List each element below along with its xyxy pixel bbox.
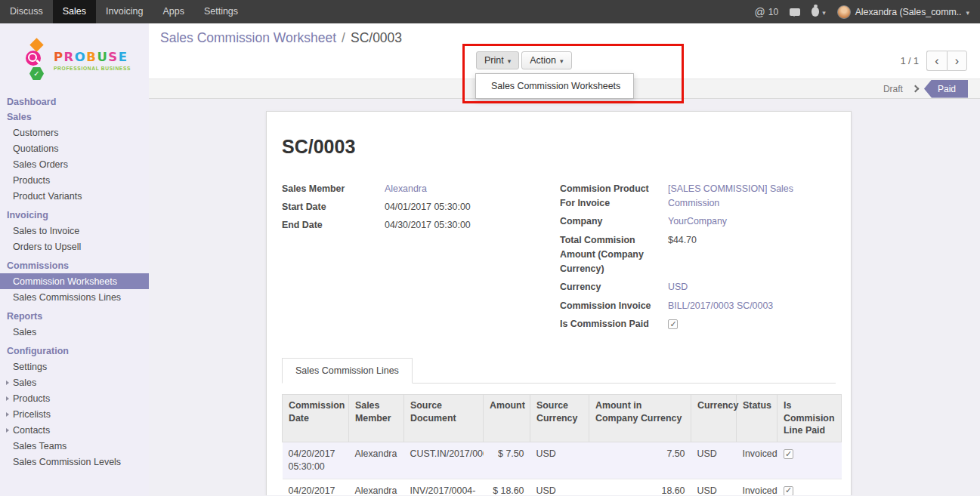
sidebar-item-pricelists[interactable]: Pricelists	[0, 406, 149, 422]
sidebar: PROBUSE PROFESSIONAL BUSINESS Dashboard …	[0, 23, 149, 496]
col-header-amount: Amount	[484, 394, 530, 442]
mention-counter[interactable]: 10	[755, 6, 779, 18]
chat-icon[interactable]	[790, 8, 800, 16]
sidebar-section-invoicing[interactable]: Invoicing	[0, 208, 149, 223]
sidebar-item-reports-sales[interactable]: Sales	[0, 324, 149, 340]
chevron-down-icon	[560, 55, 564, 66]
table-row[interactable]: 04/20/2017 05:30:00 Alexandra CUST.IN/20…	[283, 442, 842, 479]
sidebar-item-dashboard[interactable]: Dashboard	[0, 94, 149, 109]
user-name: Alexandra (Sales_comm..	[855, 7, 962, 17]
sidebar-item-sales-to-invoice[interactable]: Sales to Invoice	[0, 223, 149, 239]
field-label-is-commission-paid: Is Commission Paid	[560, 317, 668, 331]
probuse-logo[interactable]: PROBUSE PROFESSIONAL BUSINESS	[0, 23, 149, 93]
sidebar-item-config-sales[interactable]: Sales	[0, 374, 149, 390]
menu-discuss[interactable]: Discuss	[0, 0, 53, 23]
pager-previous-button[interactable]	[926, 51, 947, 71]
status-paid[interactable]: Paid	[924, 80, 968, 98]
sidebar-item-commission-worksheets[interactable]: Commission Worksheets	[0, 273, 149, 289]
commission-invoice-link[interactable]: BILL/2017/0003 SC/0003	[668, 299, 836, 313]
menu-sales[interactable]: Sales	[53, 0, 96, 23]
expand-caret-icon	[6, 428, 9, 433]
cell-commission-date: 04/20/2017 05:30:00	[283, 479, 349, 495]
sidebar-item-settings[interactable]: Settings	[0, 359, 149, 374]
breadcrumb-separator: /	[342, 30, 345, 45]
debug-menu[interactable]	[812, 7, 826, 17]
app-window: Discuss Sales Invoicing Apps Settings 10…	[0, 0, 980, 496]
record-title: SC/0003	[282, 136, 836, 158]
cell-currency: USD	[691, 479, 737, 495]
table-row[interactable]: 04/20/2017 05:30:00 Alexandra INV/2017/0…	[283, 479, 842, 495]
tab-sales-commission-lines[interactable]: Sales Commission Lines	[282, 358, 413, 384]
dropdown-item-sales-commission-worksheets[interactable]: Sales Commission Worksheets	[476, 78, 633, 94]
expand-caret-icon	[6, 412, 9, 417]
user-menu[interactable]: Alexandra (Sales_comm..	[837, 5, 969, 19]
expand-caret-icon	[6, 396, 9, 401]
col-header-status: Status	[737, 394, 778, 442]
sidebar-section-configuration[interactable]: Configuration	[0, 344, 149, 359]
breadcrumb-parent-link[interactable]: Sales Commission Worksheet	[160, 30, 336, 45]
pager-buttons	[926, 51, 967, 71]
company-link[interactable]: YourCompany	[668, 214, 836, 229]
action-button-label: Action	[530, 55, 556, 66]
chevron-down-icon	[508, 55, 512, 66]
status-draft[interactable]: Draft	[883, 84, 903, 94]
line-paid-checkbox	[784, 486, 793, 495]
menu-settings[interactable]: Settings	[194, 0, 248, 23]
sidebar-item-sales-commission-levels[interactable]: Sales Commission Levels	[0, 454, 149, 470]
pager-counter: 1 / 1	[901, 56, 919, 66]
cell-source-currency: USD	[530, 442, 589, 479]
sidebar-item-sales-orders[interactable]: Sales Orders	[0, 156, 149, 172]
col-header-currency: Currency	[691, 394, 737, 442]
notebook-tabs: Sales Commission Lines	[282, 358, 836, 384]
print-dropdown-menu: Sales Commission Worksheets	[475, 73, 634, 99]
field-group-right: Commision Product For Invoice [SALES COM…	[560, 182, 836, 335]
logo-title: PROBUSE	[54, 50, 131, 64]
col-header-source-currency: Source Currency	[530, 394, 589, 442]
sidebar-item-product-variants[interactable]: Product Variants	[0, 188, 149, 204]
top-menu: Discuss Sales Invoicing Apps Settings	[0, 0, 248, 23]
cell-sales-member: Alexandra	[349, 442, 404, 479]
col-header-is-commission-line-paid: Is Commision Line Paid	[778, 394, 842, 442]
cell-status: Invoiced	[737, 479, 778, 495]
logo-subtitle: PROFESSIONAL BUSINESS	[54, 66, 131, 71]
cell-status: Invoiced	[737, 442, 778, 479]
commission-lines-table: Commission Date Sales Member Source Docu…	[282, 394, 842, 495]
sidebar-section-commissions[interactable]: Commissions	[0, 258, 149, 273]
field-group-left: Sales Member Alexandra Start Date 04/01/…	[282, 182, 560, 335]
sidebar-nav: Dashboard Sales Customers Quotations Sal…	[0, 93, 149, 470]
currency-link[interactable]: USD	[668, 280, 836, 294]
chevron-down-icon	[966, 7, 969, 17]
cell-source-document: INV/2017/0004-SO008	[404, 479, 484, 495]
menu-invoicing[interactable]: Invoicing	[96, 0, 153, 23]
sidebar-item-sales-teams[interactable]: Sales Teams	[0, 438, 149, 454]
action-toolbar: Print Action	[476, 51, 572, 69]
logo-diamond-shape	[29, 38, 43, 51]
cell-amount: $ 7.50	[484, 442, 530, 479]
col-header-sales-member: Sales Member	[349, 394, 404, 442]
sidebar-item-quotations[interactable]: Quotations	[0, 140, 149, 156]
menu-apps[interactable]: Apps	[153, 0, 194, 23]
table-header-row: Commission Date Sales Member Source Docu…	[283, 394, 842, 442]
cell-line-paid	[778, 442, 842, 479]
main-content: Sales Commission Worksheet/SC/0003 Print…	[149, 23, 980, 496]
sidebar-item-products[interactable]: Products	[0, 172, 149, 188]
action-button[interactable]: Action	[521, 51, 571, 69]
sidebar-item-config-products[interactable]: Products	[0, 390, 149, 406]
print-button[interactable]: Print	[476, 51, 519, 69]
sales-member-link[interactable]: Alexandra	[385, 182, 560, 196]
sidebar-section-sales[interactable]: Sales	[0, 109, 149, 125]
field-label-company: Company	[560, 214, 668, 229]
sidebar-item-customers[interactable]: Customers	[0, 125, 149, 140]
commission-product-link[interactable]: [SALES COMMISSION] Sales Commission	[668, 182, 836, 211]
sidebar-item-contacts[interactable]: Contacts	[0, 422, 149, 438]
print-button-label: Print	[484, 55, 504, 66]
is-commission-paid-checkbox[interactable]	[668, 319, 678, 329]
probuse-logo-icon	[26, 39, 47, 82]
sidebar-item-sales-commissions-lines[interactable]: Sales Commissions Lines	[0, 289, 149, 305]
sidebar-section-reports[interactable]: Reports	[0, 309, 149, 324]
sidebar-item-orders-to-upsell[interactable]: Orders to Upsell	[0, 239, 149, 254]
cell-company-amount: 7.50	[589, 442, 691, 479]
pager-next-button[interactable]	[947, 51, 967, 71]
cell-line-paid	[778, 479, 842, 495]
sidebar-item-label: Pricelists	[13, 409, 51, 420]
